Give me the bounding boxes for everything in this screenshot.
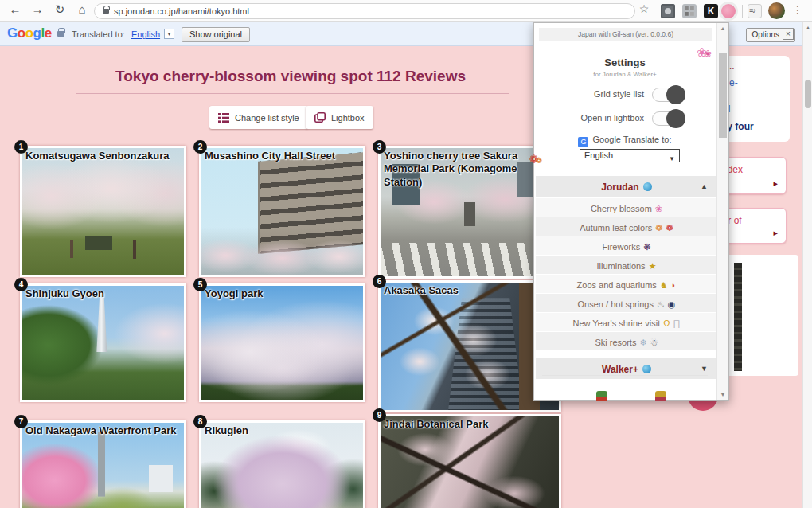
popup-menu-item[interactable]: Autumn leaf colors❁❁ bbox=[536, 217, 717, 236]
lightbox-toggle[interactable] bbox=[652, 111, 684, 126]
popup-menu-item[interactable]: Ski resorts❄☃ bbox=[536, 332, 717, 350]
fireworks-icon: ❋ bbox=[643, 242, 650, 252]
tile-number-badge: 5 bbox=[193, 278, 207, 291]
address-bar[interactable]: sp.jorudan.co.jp/hanami/tokyo.html bbox=[94, 3, 635, 19]
photo-fragment bbox=[734, 263, 742, 371]
grid-style-toggle[interactable] bbox=[652, 88, 684, 102]
change-list-style-label: Change list style bbox=[235, 113, 299, 123]
tile-title: Yoyogi park bbox=[205, 287, 361, 300]
browser-menu-icon[interactable]: ⋮ bbox=[791, 3, 804, 16]
popup-sections: Jorudan▲Cherry blossom❀Autumn leaf color… bbox=[536, 176, 717, 381]
tile-number-badge: 4 bbox=[14, 278, 28, 291]
lightbox-button[interactable]: Lightbox bbox=[306, 106, 373, 129]
translate-language-link[interactable]: English bbox=[131, 29, 160, 39]
lightbox-icon bbox=[314, 112, 326, 123]
camera-extension-icon[interactable] bbox=[661, 4, 675, 18]
snowflake-icon: ❄ bbox=[639, 338, 646, 347]
section-title: Walker+ bbox=[602, 364, 638, 375]
translate-language-dropdown[interactable]: ▾ bbox=[164, 29, 174, 39]
tile-title: Jindai Botanical Park bbox=[384, 418, 557, 431]
collapse-arrow-icon: ▲ bbox=[701, 176, 708, 197]
https-lock-icon bbox=[103, 9, 109, 14]
popup-menu-item[interactable]: Onsen / hot springs♨◉ bbox=[536, 294, 717, 312]
k-extension-icon[interactable]: K bbox=[704, 4, 718, 18]
translate-lock-icon bbox=[57, 31, 64, 37]
photo-tile[interactable]: 5Yoyogi park bbox=[199, 283, 365, 402]
tile-title: Akasaka Sacas bbox=[384, 284, 557, 297]
section-title: Jorudan bbox=[601, 182, 638, 193]
reload-icon[interactable]: ↻ bbox=[51, 2, 68, 17]
tile-number-badge: 8 bbox=[193, 415, 207, 428]
bookmark-star-icon[interactable]: ☆ bbox=[635, 2, 653, 15]
profile-avatar[interactable] bbox=[768, 2, 785, 19]
photo-tile[interactable]: 8Rikugien bbox=[199, 420, 365, 508]
change-list-style-button[interactable]: Change list style bbox=[209, 106, 308, 129]
scroll-down-icon[interactable]: ▼ bbox=[717, 392, 728, 397]
zoo-animal-icon: ♞ bbox=[660, 280, 668, 290]
page-title: Tokyo cherry-blossom viewing spot 112 Re… bbox=[0, 68, 581, 85]
home-icon[interactable]: ⌂ bbox=[73, 2, 91, 16]
tile-number-badge: 3 bbox=[373, 140, 386, 154]
scroll-up-icon[interactable]: ▲ bbox=[717, 25, 728, 31]
google-translate-icon: G bbox=[578, 137, 588, 147]
photo-tile[interactable]: 4Shinjuku Gyoen bbox=[20, 283, 186, 402]
grid-extension-icon[interactable] bbox=[682, 4, 697, 18]
arrow-right-icon: ▸ bbox=[773, 228, 778, 238]
google-translate-row: GGoogle Translate to: bbox=[534, 135, 716, 147]
cherry-blossom-photo bbox=[381, 283, 559, 410]
popup-section-header[interactable]: Walker+▼ bbox=[536, 358, 717, 379]
photo-tile[interactable]: 2Musashino City Hall Street bbox=[199, 146, 365, 277]
select-arrow-icon: ▼ bbox=[669, 153, 675, 165]
popup-scrollbar[interactable]: ▲ ▼ bbox=[716, 23, 728, 400]
popup-menu-item[interactable]: Fireworks❋ bbox=[536, 236, 717, 255]
photo-tile[interactable]: 9Jindai Botanical Park bbox=[378, 414, 561, 508]
script-extension-icon[interactable] bbox=[748, 4, 762, 18]
browser-scrollbar[interactable]: ▲ bbox=[802, 22, 812, 508]
partial-icon bbox=[655, 391, 666, 401]
menu-item-label: New Year's shrine visit bbox=[572, 318, 660, 328]
torii-gate-icon: ∏ bbox=[673, 318, 680, 328]
forward-icon[interactable]: → bbox=[29, 2, 46, 16]
google-logo-letter: g bbox=[33, 25, 41, 41]
hot-spring-icon: ♨ bbox=[657, 299, 665, 309]
photo-tile[interactable]: 1Komatsugawa Senbonzakura bbox=[20, 146, 186, 277]
translate-close-button[interactable]: × bbox=[783, 29, 794, 40]
scrollbar-thumb[interactable] bbox=[805, 80, 811, 108]
tile-number-badge: 2 bbox=[193, 140, 207, 154]
tile-title: Komatsugawa Senbonzakura bbox=[25, 150, 182, 162]
popup-menu-item[interactable]: Illuminations★ bbox=[536, 256, 717, 274]
fish-icon: ◗ bbox=[671, 280, 677, 290]
translate-to-label: Google Translate to: bbox=[592, 135, 671, 144]
browser-toolbar: ← → ↻ ⌂ sp.jorudan.co.jp/hanami/tokyo.ht… bbox=[0, 0, 812, 22]
photo-tile[interactable]: 7Old Nakagawa Waterfront Park bbox=[20, 420, 186, 508]
menu-item-label: Ski resorts bbox=[595, 338, 636, 347]
popup-menu-item[interactable]: Zoos and aquariums♞◗ bbox=[536, 275, 717, 293]
tile-number-badge: 1 bbox=[14, 140, 28, 154]
translated-to-label: Translated to: bbox=[72, 29, 125, 39]
arrow-right-icon: ▸ bbox=[773, 178, 778, 189]
toolbar-separator bbox=[742, 5, 743, 18]
menu-item-label: Cherry blossom bbox=[591, 204, 652, 213]
lightbox-label: Lightbox bbox=[331, 113, 365, 123]
scroll-up-icon[interactable]: ▲ bbox=[803, 25, 812, 30]
show-original-button[interactable]: Show original bbox=[182, 27, 250, 42]
back-icon[interactable]: ← bbox=[6, 2, 24, 16]
cherry-blossom-photo bbox=[201, 148, 363, 275]
popup-menu-item[interactable]: Cherry blossom❀ bbox=[536, 198, 717, 217]
cherry-blossom-photo bbox=[22, 148, 184, 275]
scrollbar-thumb[interactable] bbox=[719, 53, 727, 138]
lightbox-toggle-label: Open in lightbox bbox=[581, 113, 645, 123]
settings-title: Settings bbox=[534, 57, 716, 68]
title-divider bbox=[76, 93, 509, 94]
popup-header: Japan with Gil-san (ver. 0.0.0.6) bbox=[539, 28, 712, 41]
popup-section-header[interactable]: Jorudan▲ bbox=[536, 176, 717, 197]
partial-icon bbox=[596, 391, 607, 401]
tile-title: Old Nakagawa Waterfront Park bbox=[25, 424, 182, 437]
popup-menu-item[interactable]: New Year's shrine visitΩ∏ bbox=[536, 313, 717, 331]
sakura-extension-icon[interactable] bbox=[721, 4, 736, 18]
url-text: sp.jorudan.co.jp/hanami/tokyo.html bbox=[114, 6, 249, 16]
cherry-blossom-icon: ❀ bbox=[655, 204, 662, 213]
tile-title: Musashino City Hall Street bbox=[205, 150, 361, 162]
cherry-blossom-photo bbox=[22, 286, 184, 400]
language-select[interactable]: English ▼ bbox=[580, 149, 680, 162]
